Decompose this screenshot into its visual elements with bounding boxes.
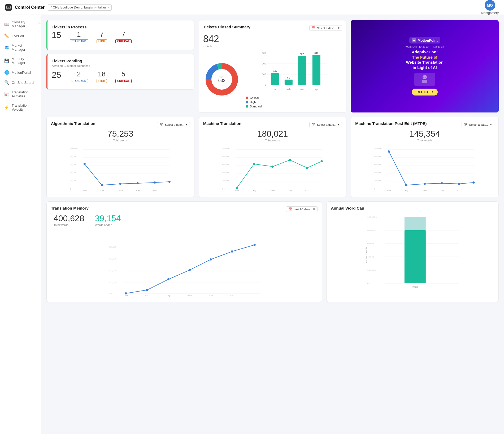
sidebar-label-memory-manager: Memory Manager <box>12 57 37 65</box>
mt-date-selector[interactable]: 📅 Select a date... ▾ <box>309 122 342 127</box>
svg-text:2021: 2021 <box>234 189 239 192</box>
svg-text:40,000 –: 40,000 – <box>222 171 231 174</box>
svg-text:July: July <box>124 294 128 297</box>
svg-text:20,000 –: 20,000 – <box>367 269 376 271</box>
mtpe-card: Machine Translation Post Edit (MTPE) 📅 S… <box>351 117 499 197</box>
sidebar-item-motion-portal[interactable]: 🌐 MotionPortal <box>0 67 41 77</box>
mtpe-date-selector[interactable]: 📅 Select a date... ▾ <box>462 122 494 127</box>
svg-text:0: 0 <box>374 188 376 190</box>
algo-date-selector[interactable]: 📅 Select a date... ▾ <box>157 122 190 127</box>
last90-badge[interactable]: 📅 Last 90 days ✕ <box>286 206 318 212</box>
project-selector[interactable]: * CRE Boutique Demo: English - Italian ▾ <box>48 4 112 11</box>
closed-date-selector[interactable]: 📅 Select a date... ▾ <box>309 25 342 31</box>
banner-line2: The Future of <box>412 55 437 59</box>
svg-text:2023: 2023 <box>305 189 310 192</box>
pending-total-group: 25 <box>52 70 61 83</box>
svg-rect-0 <box>7 6 10 9</box>
svg-rect-15 <box>271 73 279 85</box>
sidebar-label-live-edit: LiveEdit <box>12 34 24 38</box>
velocity-icon: ⚡ <box>4 105 9 110</box>
sidebar-label-motion-portal: MotionPortal <box>12 71 31 75</box>
svg-rect-19 <box>298 56 306 85</box>
annual-title: Annual Word Cap <box>331 206 364 210</box>
algo-cal-icon: 📅 <box>159 123 163 126</box>
closed-chevron-icon: ▾ <box>338 26 340 30</box>
svg-text:Apr: Apr <box>314 88 318 91</box>
pending-high-group: 18 HIGH <box>97 70 107 83</box>
closed-header: Tickets Closed Summary 📅 Select a date..… <box>203 25 342 31</box>
banner-line1: AdaptiveCon: <box>412 50 438 54</box>
sidebar-item-market-manager[interactable]: 🗺️ Market Manager <box>0 41 41 54</box>
pending-critical-badge: CRITICAL <box>115 79 132 83</box>
tickets-pending-card: Tickets Pending Awaiting Customer Respon… <box>46 54 194 90</box>
svg-text:632: 632 <box>218 78 225 83</box>
tm-numbers: 400,628 Total words 39,154 Words added <box>51 214 318 227</box>
bottom-row: Translation Memory 📅 Last 90 days ✕ 400,… <box>46 201 499 302</box>
pending-high-badge: HIGH <box>97 79 107 83</box>
svg-text:400,000 –: 400,000 – <box>109 246 118 248</box>
closed-title: Tickets Closed Summary <box>203 25 250 29</box>
map-icon: 🗺️ <box>4 45 9 50</box>
svg-point-114 <box>189 269 191 271</box>
svg-text:100,000 –: 100,000 – <box>374 147 384 150</box>
mtpe-date-text: Select a date... <box>469 123 489 126</box>
algorithmic-translation-card: Algorithmic Translation 📅 Select a date.… <box>46 117 194 197</box>
svg-text:July: July <box>136 189 140 192</box>
pending-standard-num: 2 <box>77 70 81 78</box>
sidebar-item-on-site-search[interactable]: 🔍 On-Site Search <box>0 77 41 88</box>
svg-text:300: 300 <box>262 52 266 54</box>
ticket-critical-group: 7 CRITICAL <box>115 30 132 43</box>
svg-text:July: July <box>100 189 104 192</box>
svg-text:61: 61 <box>287 76 290 79</box>
pending-standard-badge: STANDARD <box>70 79 88 83</box>
svg-text:327: 327 <box>300 53 304 55</box>
svg-text:July: July <box>288 189 292 192</box>
sidebar-item-live-edit[interactable]: ✏️ LiveEdit <box>0 31 41 41</box>
sidebar-item-memory-manager[interactable]: 💾 Memory Manager <box>0 54 41 67</box>
svg-text:July: July <box>252 189 256 192</box>
svg-text:200: 200 <box>262 62 266 65</box>
svg-point-49 <box>168 181 171 183</box>
svg-text:2023: 2023 <box>457 189 462 192</box>
mid-row: Algorithmic Translation 📅 Select a date.… <box>46 117 499 197</box>
banner-logo: MotionPoint <box>409 37 440 44</box>
pending-critical-group: 5 CRITICAL <box>115 70 132 83</box>
register-button[interactable]: REGISTER <box>412 89 437 96</box>
banner-webinar-text: WEBINAR · JUNE 13TH · 1:2PM ET <box>406 46 444 48</box>
svg-text:July: July <box>209 294 213 297</box>
header: Control Center * CRE Boutique Demo: Engl… <box>0 0 504 15</box>
svg-text:0: 0 <box>264 84 266 86</box>
svg-text:300,000 –: 300,000 – <box>109 258 118 260</box>
svg-text:80,000 –: 80,000 – <box>367 229 376 232</box>
header-right: MO Montgomery <box>481 0 499 15</box>
ticket-total-group: 15 <box>52 30 61 43</box>
mt-cal-icon: 📅 <box>312 123 315 126</box>
banner-line3: Website Translation <box>406 60 443 64</box>
svg-text:0 –: 0 – <box>70 188 73 190</box>
tm-added: 39,154 <box>95 214 121 223</box>
svg-point-94 <box>458 183 460 185</box>
banner-card: MotionPoint WEBINAR · JUNE 13TH · 1:2PM … <box>351 20 499 112</box>
tickets-pending-numbers: 25 2 STANDARD 18 HIGH 5 CRITICAL <box>52 70 190 83</box>
bar-chart-area: 300 200 100 0 Jan Feb Mar <box>246 50 342 108</box>
svg-text:100,000 –: 100,000 – <box>109 281 118 284</box>
sidebar-item-translation-velocity[interactable]: ⚡ Translation Velocity <box>0 101 41 114</box>
sidebar-item-glossary-manager[interactable]: 📖 Glossary Manager <box>0 18 41 31</box>
last90-close-icon[interactable]: ✕ <box>313 207 315 211</box>
tm-header: Translation Memory 📅 Last 90 days ✕ <box>51 206 318 212</box>
sidebar-item-translation-activities[interactable]: 📊 Translation Activities <box>0 88 41 101</box>
high-dot <box>246 101 248 103</box>
avatar[interactable]: MO <box>485 0 495 11</box>
algo-header: Algorithmic Translation 📅 Select a date.… <box>51 121 190 128</box>
svg-rect-137 <box>405 230 426 283</box>
mt-title: Machine Translation <box>203 121 241 126</box>
legend-high: High <box>246 101 342 104</box>
svg-text:Number of words: Number of words <box>365 247 367 263</box>
svg-text:60,000 –: 60,000 – <box>222 163 231 166</box>
pending-standard-group: 2 STANDARD <box>70 70 88 83</box>
annual-word-cap-card: Annual Word Cap 100,000 – 80,000 – 60,00… <box>326 201 499 302</box>
svg-rect-17 <box>284 80 292 85</box>
svg-text:60,000 –: 60,000 – <box>70 163 79 166</box>
svg-text:Jan: Jan <box>273 88 277 91</box>
user-name: Montgomery <box>481 11 499 15</box>
